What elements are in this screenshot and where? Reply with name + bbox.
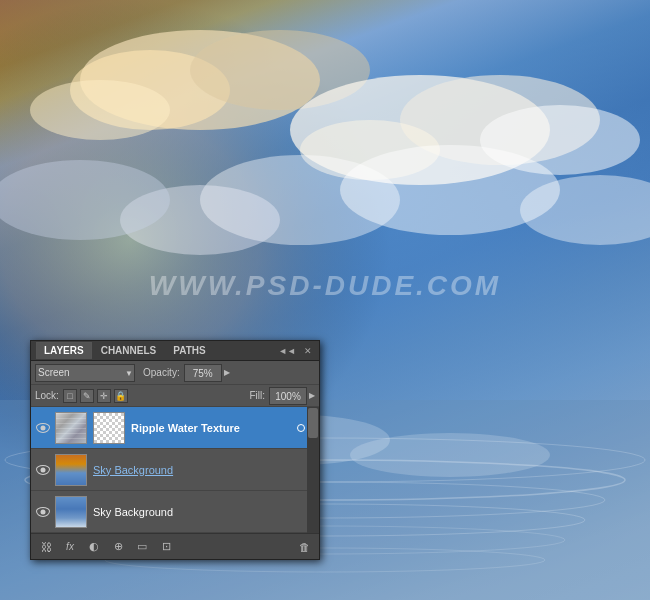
- layers-list-container: Ripple Water Texture Sky Background: [31, 407, 319, 533]
- layer-name-sky1: Sky Background: [93, 464, 315, 476]
- layer-effects-button[interactable]: fx: [61, 538, 79, 556]
- panel-close-button[interactable]: ✕: [302, 345, 314, 357]
- blend-mode-select[interactable]: Screen Normal Multiply Overlay: [35, 364, 135, 382]
- layer-thumb-sky2: [55, 496, 87, 528]
- eye-icon-ripple: [36, 423, 50, 433]
- layer-visibility-ripple[interactable]: [35, 420, 51, 436]
- layer-mask-ripple: [93, 412, 125, 444]
- lock-image-button[interactable]: ✎: [80, 389, 94, 403]
- svg-point-5: [30, 80, 170, 140]
- watermark: WWW.PSD-DUDE.COM: [149, 270, 501, 302]
- scrollbar-thumb[interactable]: [308, 408, 318, 438]
- layer-item-sky1[interactable]: Sky Background: [31, 449, 319, 491]
- lock-position-button[interactable]: ✛: [97, 389, 111, 403]
- panel-tabs: LAYERS CHANNELS PATHS: [36, 342, 214, 359]
- layer-thumb-ripple: [55, 412, 87, 444]
- panel-titlebar: LAYERS CHANNELS PATHS ◄◄ ✕: [31, 341, 319, 361]
- blend-mode-wrapper: Screen Normal Multiply Overlay ▼: [35, 364, 135, 382]
- eye-icon-sky2: [36, 507, 50, 517]
- new-group-button[interactable]: ▭: [133, 538, 151, 556]
- add-mask-button[interactable]: ◐: [85, 538, 103, 556]
- opacity-value-display[interactable]: 75%: [184, 364, 222, 382]
- lock-label: Lock:: [35, 390, 59, 401]
- lock-icons-group: □ ✎ ✛ 🔒: [63, 389, 128, 403]
- lock-transparent-button[interactable]: □: [63, 389, 77, 403]
- layer-name-sky2: Sky Background: [93, 506, 315, 518]
- fill-control: 100% ▶: [269, 387, 315, 405]
- panel-toolbar-lock: Lock: □ ✎ ✛ 🔒 Fill: 100% ▶: [31, 385, 319, 407]
- thumb-checker-mask: [94, 413, 124, 443]
- layer-item-sky2[interactable]: Sky Background: [31, 491, 319, 533]
- layers-list: Ripple Water Texture Sky Background: [31, 407, 319, 533]
- link-layers-button[interactable]: ⛓: [37, 538, 55, 556]
- opacity-control: 75% ▶: [184, 364, 230, 382]
- adjustment-layer-button[interactable]: ⊕: [109, 538, 127, 556]
- tab-layers[interactable]: LAYERS: [36, 342, 92, 359]
- delete-layer-button[interactable]: 🗑: [295, 538, 313, 556]
- layer-visibility-sky1[interactable]: [35, 462, 51, 478]
- layer-name-ripple: Ripple Water Texture: [131, 422, 315, 434]
- layers-panel: LAYERS CHANNELS PATHS ◄◄ ✕ Screen Normal…: [30, 340, 320, 560]
- layer-options-indicator: [297, 424, 305, 432]
- layer-item-ripple[interactable]: Ripple Water Texture: [31, 407, 319, 449]
- fill-value-display[interactable]: 100%: [269, 387, 307, 405]
- layer-thumb-sky1: [55, 454, 87, 486]
- thumb-sky1-image: [56, 455, 86, 485]
- thumb-ripple-image: [56, 413, 86, 443]
- panel-toolbar-blending: Screen Normal Multiply Overlay ▼ Opacity…: [31, 361, 319, 385]
- fill-arrow[interactable]: ▶: [309, 391, 315, 400]
- eye-icon-sky1: [36, 465, 50, 475]
- panel-collapse-button[interactable]: ◄◄: [276, 345, 298, 357]
- opacity-label: Opacity:: [143, 367, 180, 378]
- layer-visibility-sky2[interactable]: [35, 504, 51, 520]
- panel-controls: ◄◄ ✕: [276, 345, 314, 357]
- layers-scrollbar[interactable]: [307, 407, 319, 533]
- thumb-sky2-image: [56, 497, 86, 527]
- tab-channels[interactable]: CHANNELS: [93, 342, 165, 359]
- lock-all-button[interactable]: 🔒: [114, 389, 128, 403]
- panel-bottombar: ⛓ fx ◐ ⊕ ▭ ⊡ 🗑: [31, 533, 319, 559]
- new-layer-button[interactable]: ⊡: [157, 538, 175, 556]
- opacity-arrow[interactable]: ▶: [224, 368, 230, 377]
- svg-point-23: [350, 433, 550, 477]
- tab-paths[interactable]: PATHS: [165, 342, 213, 359]
- fill-label: Fill:: [249, 390, 265, 401]
